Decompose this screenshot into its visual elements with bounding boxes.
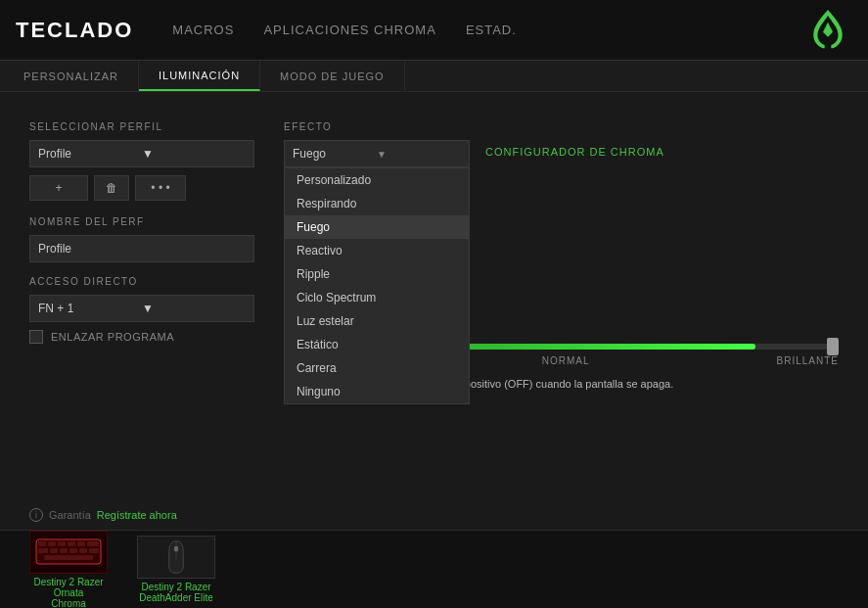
nav-chroma-apps[interactable]: APLICACIONES CHROMA bbox=[263, 23, 435, 37]
sub-nav-personalizar[interactable]: PERSONALIZAR bbox=[4, 61, 139, 91]
brightness-label-right: BRILLANTE bbox=[777, 355, 839, 366]
device-mouse-label: Destiny 2 Razer DeathAdder Elite bbox=[139, 582, 213, 603]
device-mouse[interactable]: Destiny 2 Razer DeathAdder Elite bbox=[137, 536, 215, 603]
nav-stats[interactable]: ESTAD. bbox=[466, 23, 517, 37]
efecto-label: EFECTO bbox=[284, 121, 839, 132]
effect-option-personalizado[interactable]: Personalizado bbox=[285, 168, 469, 192]
acceso-directo-dropdown[interactable]: FN + 1 ▼ bbox=[29, 295, 254, 322]
acceso-directo-value: FN + 1 bbox=[38, 302, 142, 315]
sub-nav: PERSONALIZAR ILUMINACIÓN MODO DE JUEGO bbox=[0, 61, 868, 92]
svg-rect-13 bbox=[44, 555, 93, 560]
profile-action-buttons: + 🗑 • • • bbox=[29, 175, 254, 201]
effect-dropdown-value: Fuego bbox=[293, 147, 377, 161]
effect-option-ninguno[interactable]: Ninguno bbox=[285, 380, 469, 403]
svg-rect-4 bbox=[68, 541, 75, 546]
effect-option-reactivo[interactable]: Reactivo bbox=[285, 239, 469, 262]
profile-dropdown[interactable]: Profile ▼ bbox=[29, 140, 254, 167]
add-profile-button[interactable]: + bbox=[29, 175, 88, 201]
register-link[interactable]: Regístrate ahora bbox=[97, 509, 177, 521]
profile-dropdown-value: Profile bbox=[38, 147, 142, 161]
effect-option-carrera[interactable]: Carrera bbox=[285, 356, 469, 380]
svg-rect-3 bbox=[58, 541, 66, 546]
device-mouse-image bbox=[137, 536, 215, 579]
svg-rect-1 bbox=[38, 541, 46, 546]
bottom-bar: Destiny 2 Razer Ornata Chroma Destiny 2 … bbox=[0, 530, 868, 608]
razer-logo bbox=[803, 6, 852, 55]
effect-dropdown-arrow-icon: ▼ bbox=[377, 149, 461, 160]
mouse-svg bbox=[157, 538, 196, 577]
svg-rect-9 bbox=[60, 548, 68, 553]
effect-dropdown[interactable]: Fuego ▼ bbox=[284, 140, 470, 167]
chroma-configurator-link[interactable]: CONFIGURADOR DE CHROMA bbox=[485, 146, 664, 158]
svg-rect-6 bbox=[87, 541, 99, 546]
effect-option-estatico[interactable]: Estático bbox=[285, 333, 469, 356]
acceso-directo-label: ACCESO DIRECTO bbox=[29, 276, 254, 287]
brightness-label-center: NORMAL bbox=[542, 355, 590, 366]
sub-nav-modo-juego[interactable]: MODO DE JUEGO bbox=[260, 61, 405, 91]
trash-icon: 🗑 bbox=[106, 181, 117, 195]
header: TECLADO MACROS APLICACIONES CHROMA ESTAD… bbox=[0, 0, 868, 61]
app-title: TECLADO bbox=[16, 18, 133, 43]
enlazar-programa-row: ENLAZAR PROGRAMA bbox=[29, 330, 254, 344]
enlazar-programa-checkbox[interactable] bbox=[29, 330, 43, 344]
header-nav: MACROS APLICACIONES CHROMA ESTAD. bbox=[172, 23, 803, 37]
svg-rect-8 bbox=[50, 548, 58, 553]
device-keyboard-label: Destiny 2 Razer Ornata Chroma bbox=[20, 577, 117, 609]
profile-name-input[interactable] bbox=[29, 235, 254, 262]
nombre-del-perf-label: NOMBRE DEL PERF bbox=[29, 216, 254, 227]
effect-option-ripple[interactable]: Ripple bbox=[285, 262, 469, 286]
svg-rect-7 bbox=[38, 548, 48, 553]
device-keyboard[interactable]: Destiny 2 Razer Ornata Chroma bbox=[20, 531, 117, 609]
enlazar-programa-label: ENLAZAR PROGRAMA bbox=[51, 331, 174, 343]
delete-profile-button[interactable]: 🗑 bbox=[94, 175, 129, 201]
seleccionar-perfil-label: SELECCIONAR PERFIL bbox=[29, 121, 254, 132]
right-panel: EFECTO Fuego ▼ Personalizado Respirando … bbox=[284, 121, 839, 520]
guarantee-info-icon: i bbox=[29, 508, 43, 522]
effect-option-respirando[interactable]: Respirando bbox=[285, 192, 469, 215]
effect-row: Fuego ▼ Personalizado Respirando Fuego R… bbox=[284, 140, 839, 167]
guarantee-text: Garantía bbox=[49, 509, 91, 521]
guarantee-row: i Garantía Regístrate ahora bbox=[29, 508, 177, 522]
brightness-slider-thumb[interactable] bbox=[827, 338, 839, 355]
effect-option-fuego[interactable]: Fuego bbox=[285, 215, 469, 239]
svg-rect-2 bbox=[48, 541, 56, 546]
more-options-button[interactable]: • • • bbox=[135, 175, 186, 201]
effect-option-luz-estelar[interactable]: Luz estelar bbox=[285, 309, 469, 333]
svg-rect-11 bbox=[79, 548, 87, 553]
svg-rect-10 bbox=[69, 548, 77, 553]
content-area: SELECCIONAR PERFIL Profile ▼ + 🗑 • • • N… bbox=[0, 92, 868, 530]
profile-dropdown-arrow-icon: ▼ bbox=[142, 147, 246, 161]
nav-macros[interactable]: MACROS bbox=[172, 23, 234, 37]
sub-nav-iluminacion[interactable]: ILUMINACIÓN bbox=[139, 61, 260, 91]
effect-dropdown-menu: Personalizado Respirando Fuego Reactivo … bbox=[284, 167, 470, 404]
svg-rect-5 bbox=[77, 541, 85, 546]
acceso-directo-arrow-icon: ▼ bbox=[142, 302, 246, 315]
svg-rect-15 bbox=[174, 546, 178, 552]
effect-option-ciclo-spectrum[interactable]: Ciclo Spectrum bbox=[285, 286, 469, 309]
device-keyboard-image bbox=[29, 531, 108, 574]
keyboard-svg bbox=[34, 535, 103, 569]
svg-rect-12 bbox=[89, 548, 99, 553]
effect-dropdown-wrap: Fuego ▼ Personalizado Respirando Fuego R… bbox=[284, 140, 470, 167]
left-panel: SELECCIONAR PERFIL Profile ▼ + 🗑 • • • N… bbox=[29, 121, 254, 520]
